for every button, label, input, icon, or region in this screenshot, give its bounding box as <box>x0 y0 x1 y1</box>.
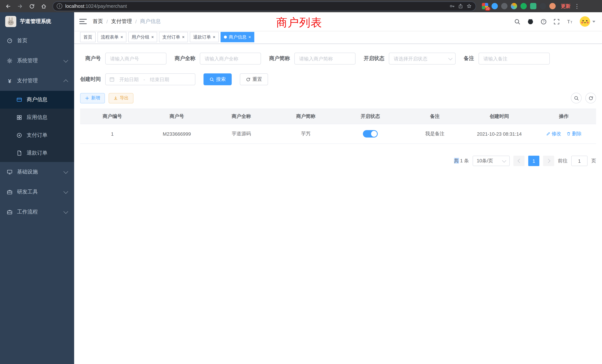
close-tab-icon[interactable] <box>248 34 251 40</box>
page-1-button[interactable]: 1 <box>528 156 539 166</box>
page-size-select[interactable]: 10条/页 <box>473 156 510 166</box>
password-key-icon[interactable] <box>449 3 455 9</box>
breadcrumb-current: 商户信息 <box>140 18 161 25</box>
sidebar-item-infrastructure[interactable]: 基础设施 <box>0 162 74 182</box>
extension-icon[interactable] <box>501 3 507 9</box>
browser-reload-button[interactable] <box>27 2 36 11</box>
page-content: 商户号 商户全称 商户简称 开启状态 <box>74 44 602 364</box>
breadcrumb-home[interactable]: 首页 <box>93 18 103 25</box>
top-navbar: 首页 / 支付管理 / 商户信息 商户列表 ? <box>74 12 602 31</box>
sidebar-item-dev-tools[interactable]: 研发工具 <box>0 182 74 202</box>
export-button[interactable]: 导出 <box>109 93 133 103</box>
sidebar-item-workflow[interactable]: 工作流程 <box>0 202 74 222</box>
extension-icon[interactable] <box>540 3 546 9</box>
extension-icon[interactable]: 10 <box>482 3 488 9</box>
share-icon[interactable] <box>458 3 463 9</box>
col-actions: 操作 <box>532 109 596 124</box>
sidebar-item-pay-order[interactable]: 支付订单 <box>0 126 74 144</box>
sidebar-item-app-info[interactable]: 应用信息 <box>0 109 74 126</box>
browser-forward-button[interactable] <box>16 2 24 11</box>
tab-home[interactable]: 首页 <box>80 32 96 42</box>
prev-page-button[interactable] <box>513 156 525 166</box>
toggle-search-button[interactable] <box>571 93 582 103</box>
date-separator: - <box>143 76 145 82</box>
end-date-input[interactable] <box>147 76 172 82</box>
search-icon[interactable] <box>514 18 520 25</box>
url-host: localhost <box>65 3 84 9</box>
search-form-row-2: 创建时间 - 搜索 重置 <box>80 73 596 85</box>
pencil-icon <box>546 132 550 136</box>
sidebar-item-home[interactable]: 首页 <box>0 31 74 51</box>
url-path: :1024/pay/merchant <box>84 3 127 9</box>
site-info-icon[interactable]: i <box>57 3 62 9</box>
sidebar-item-label: 应用信息 <box>27 114 47 121</box>
chrome-update-button[interactable]: 更新 <box>561 3 570 10</box>
pagination-total: 共 1 条 <box>454 158 469 164</box>
bookmark-star-icon[interactable] <box>466 3 472 9</box>
cell-status <box>338 124 403 144</box>
merchant-short-input[interactable] <box>294 53 355 64</box>
sidebar-item-label: 支付管理 <box>17 77 38 84</box>
add-button[interactable]: 新增 <box>80 93 105 103</box>
tab-merchant-info-active[interactable]: 商户信息 <box>221 32 254 42</box>
create-time-field: 创建时间 - <box>80 73 195 85</box>
dashboard-icon <box>7 38 13 44</box>
search-form-row-1: 商户号 商户全称 商户简称 开启状态 <box>80 53 596 64</box>
sidebar-toggle-icon[interactable] <box>79 18 87 25</box>
browser-back-button[interactable] <box>4 2 13 11</box>
tab-pay-order[interactable]: 支付订单 <box>159 32 188 42</box>
address-bar[interactable]: i localhost:1024/pay/merchant <box>53 1 476 11</box>
browser-profile-avatar[interactable] <box>549 3 556 9</box>
merchant-table: 商户编号 商户号 商户全称 商户简称 开启状态 备注 创建时间 操作 1 <box>80 109 596 144</box>
search-button[interactable]: 搜索 <box>204 73 232 85</box>
extension-icon[interactable] <box>511 3 517 9</box>
extension-icon[interactable] <box>492 3 498 9</box>
close-tab-icon[interactable] <box>213 34 215 40</box>
sidebar-item-label: 商户信息 <box>27 96 47 103</box>
delete-link[interactable]: 删除 <box>566 130 582 137</box>
cell-actions: 修改 删除 <box>532 124 596 144</box>
font-size-icon[interactable]: TT <box>566 18 573 25</box>
sidebar-item-payment[interactable]: ¥ 支付管理 <box>0 71 74 91</box>
breadcrumb-payment[interactable]: 支付管理 <box>111 18 132 25</box>
start-date-input[interactable] <box>117 76 141 82</box>
help-icon[interactable]: ? <box>540 18 547 25</box>
chevron-down-icon <box>63 209 68 214</box>
tab-refund-order[interactable]: 退款订单 <box>190 32 219 42</box>
tab-process-form[interactable]: 流程表单 <box>97 32 126 42</box>
edit-link[interactable]: 修改 <box>546 130 561 137</box>
close-tab-icon[interactable] <box>182 34 185 40</box>
user-avatar[interactable] <box>580 16 595 27</box>
sidebar-logo[interactable]: 芋道管理系统 <box>0 12 74 31</box>
reset-button[interactable]: 重置 <box>240 73 268 85</box>
status-select[interactable] <box>389 53 456 64</box>
status-toggle[interactable] <box>363 130 378 138</box>
tab-user-group[interactable]: 用户分组 <box>128 32 157 42</box>
cell-remark: 我是备注 <box>403 124 467 144</box>
logo-avatar <box>5 16 16 27</box>
next-page-button[interactable] <box>543 156 554 166</box>
sidebar-item-label: 基础设施 <box>17 169 38 175</box>
fullscreen-icon[interactable] <box>553 18 560 25</box>
refresh-table-button[interactable] <box>585 93 596 103</box>
sidebar-item-label: 首页 <box>17 37 27 44</box>
date-range-picker[interactable]: - <box>105 73 195 85</box>
close-tab-icon[interactable] <box>120 34 123 40</box>
extension-icon[interactable] <box>530 3 536 9</box>
merchant-no-input[interactable] <box>105 53 166 64</box>
col-merchant-no: 商户号 <box>145 109 209 124</box>
browser-home-button[interactable] <box>39 2 48 11</box>
sidebar-item-refund-order[interactable]: 退款订单 <box>0 144 74 162</box>
merchant-name-input[interactable] <box>200 53 261 64</box>
extension-icon[interactable] <box>520 3 527 9</box>
remark-input[interactable] <box>479 53 550 64</box>
github-icon[interactable] <box>527 18 534 25</box>
sidebar-item-merchant-info[interactable]: 商户信息 <box>0 91 74 109</box>
status-select-input[interactable] <box>389 53 456 64</box>
table-toolbar: 新增 导出 <box>80 93 596 103</box>
goto-page-input[interactable] <box>571 156 588 166</box>
sidebar-item-system[interactable]: 系统管理 <box>0 51 74 71</box>
refresh-icon <box>588 96 593 101</box>
close-tab-icon[interactable] <box>151 34 154 40</box>
browser-menu-icon[interactable]: ⋮ <box>574 3 580 10</box>
